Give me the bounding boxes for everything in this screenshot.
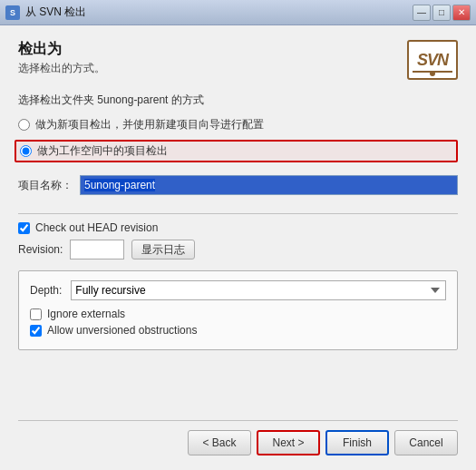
title-bar: S 从 SVN 检出 — □ ✕ [0, 0, 476, 25]
ignore-externals-row[interactable]: Ignore externals [30, 308, 446, 320]
revision-input[interactable] [70, 240, 124, 259]
radio-workspace-project-label: 做为工作空间中的项目检出 [37, 143, 168, 159]
checkout-head-checkbox[interactable] [18, 222, 30, 234]
depth-select[interactable]: Fully recursive Immediate children Only … [71, 280, 446, 300]
ignore-externals-checkbox[interactable] [30, 308, 42, 320]
revision-label: Revision: [18, 243, 63, 256]
options-group: Depth: Fully recursive Immediate childre… [18, 270, 458, 350]
allow-unversioned-row[interactable]: Allow unversioned obstructions [30, 324, 446, 337]
title-bar-left: S 从 SVN 检出 [5, 5, 86, 20]
close-button[interactable]: ✕ [452, 5, 471, 21]
minimize-button[interactable]: — [413, 5, 431, 21]
radio-new-project-label: 做为新项目检出，并使用新建项目向导进行配置 [35, 117, 264, 132]
radio-workspace-project[interactable] [20, 145, 32, 157]
finish-button[interactable]: Finish [325, 430, 389, 455]
svn-logo: SVN [407, 40, 458, 80]
svn-logo-text: SVN [417, 51, 448, 70]
project-name-input[interactable] [80, 175, 458, 195]
footer: < Back Next > Finish Cancel [18, 420, 458, 455]
cancel-button[interactable]: Cancel [394, 430, 458, 455]
depth-label: Depth: [30, 284, 62, 297]
revision-row: Revision: 显示日志 [18, 240, 458, 259]
dialog-body: 检出为 选择检出的方式。 SVN 选择检出文件夹 5unong-parent 的… [0, 25, 476, 470]
project-name-label: 项目名称： [18, 178, 73, 193]
next-button[interactable]: Next > [257, 430, 320, 455]
checkout-head-row[interactable]: Check out HEAD revision [18, 221, 458, 234]
allow-unversioned-checkbox[interactable] [30, 325, 42, 337]
header-section: 检出为 选择检出的方式。 SVN [18, 40, 458, 80]
allow-unversioned-label: Allow unversioned obstructions [47, 324, 197, 337]
dialog-subtitle: 选择检出的方式。 [18, 61, 105, 76]
radio-new-project[interactable] [18, 119, 30, 131]
project-name-row: 项目名称： [18, 175, 458, 195]
show-log-button[interactable]: 显示日志 [131, 240, 195, 259]
svn-logo-dot [430, 71, 435, 76]
separator1 [18, 213, 458, 214]
radio-option2[interactable]: 做为工作空间中的项目检出 [15, 140, 458, 162]
radio-option1[interactable]: 做为新项目检出，并使用新建项目向导进行配置 [18, 115, 458, 134]
app-icon: S [5, 5, 20, 20]
title-controls: — □ ✕ [413, 5, 471, 21]
back-button[interactable]: < Back [188, 430, 251, 455]
ignore-externals-label: Ignore externals [47, 308, 125, 320]
header-left: 检出为 选择检出的方式。 [18, 40, 105, 76]
maximize-button[interactable]: □ [432, 5, 451, 21]
window-title: 从 SVN 检出 [25, 5, 86, 20]
depth-row: Depth: Fully recursive Immediate childre… [30, 280, 446, 300]
checkout-head-label: Check out HEAD revision [35, 221, 158, 234]
section-label: 选择检出文件夹 5unong-parent 的方式 [18, 93, 458, 108]
dialog-title: 检出为 [18, 40, 105, 59]
